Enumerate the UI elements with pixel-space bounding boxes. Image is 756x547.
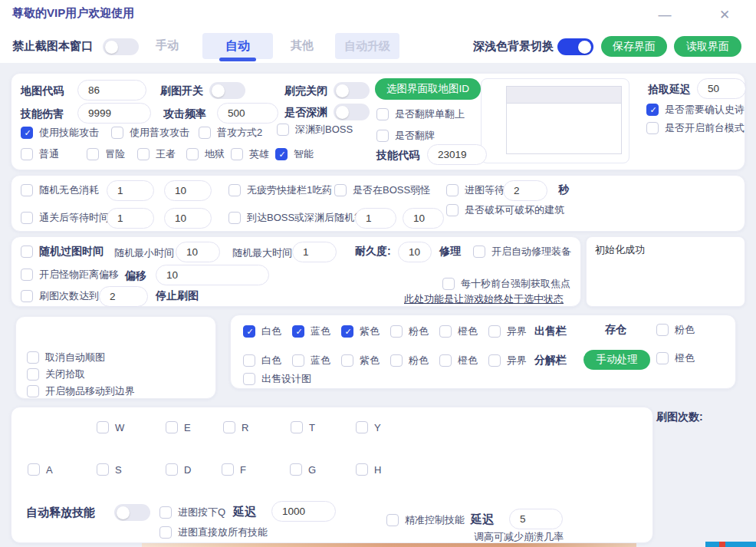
boss-random-max-input[interactable] xyxy=(403,208,444,229)
checkbox-boss-weak[interactable]: 是否在BOSS弱怪 xyxy=(334,183,430,197)
checkbox-sell-blueprint[interactable]: 出售设计图 xyxy=(243,372,311,386)
checkbox-sell-purple[interactable]: 紫色 xyxy=(341,325,380,338)
checkbox-key-h[interactable]: H xyxy=(356,463,381,476)
checkbox-pass-wait[interactable]: 通关后等待时间 xyxy=(21,211,109,225)
checkbox-close-pickup[interactable]: 关闭拾取 xyxy=(27,367,85,381)
checkbox-decompose-blue[interactable]: 蓝色 xyxy=(292,354,330,367)
checkbox-boss-random-wait[interactable]: 到达BOSS或深渊后随机等 xyxy=(228,211,364,225)
checkbox-difficulty-hell[interactable]: 地狱 xyxy=(186,147,225,161)
tab-other[interactable]: 其他 xyxy=(291,38,314,53)
manual-handle-button[interactable]: 手动处理 xyxy=(583,350,650,370)
no-capture-toggle[interactable] xyxy=(103,38,139,55)
checkbox-mark xyxy=(356,421,368,433)
checkbox-key-d[interactable]: D xyxy=(166,463,191,476)
checkbox-decompose-pink[interactable]: 粉色 xyxy=(390,354,429,367)
tab-auto[interactable]: 自动 xyxy=(202,33,273,59)
max-time-input[interactable] xyxy=(292,242,337,262)
pass-wait-max-input[interactable] xyxy=(164,208,212,229)
checkbox-key-w[interactable]: W xyxy=(97,421,124,433)
checkbox-decompose-white[interactable]: 白色 xyxy=(243,354,281,367)
minimize-icon[interactable]: — xyxy=(652,6,678,25)
close-when-done-toggle[interactable] xyxy=(334,82,370,99)
skill-code-input[interactable] xyxy=(427,144,487,165)
checkbox-cancel-auto-map[interactable]: 取消自动顺图 xyxy=(27,351,105,364)
stop-farm-label: 停止刷图 xyxy=(156,289,199,303)
checkbox-difficulty-king[interactable]: 王者 xyxy=(137,147,176,161)
skill-code-label: 技能代码 xyxy=(376,149,419,163)
farm-count-display-label: 刷图次数: xyxy=(656,410,703,424)
checkbox-store-pink[interactable]: 粉色 xyxy=(656,323,695,337)
map-listbox[interactable] xyxy=(481,78,629,163)
farm-switch-toggle[interactable] xyxy=(209,82,245,99)
pickup-delay-input[interactable] xyxy=(697,78,746,99)
checkbox-auto-repair[interactable]: 开启自动修理装备 xyxy=(473,245,571,259)
checkbox-foreground-mode[interactable]: 是否开启前台模式 xyxy=(646,121,744,135)
delay-input[interactable] xyxy=(271,501,336,522)
checkbox-key-t[interactable]: T xyxy=(291,421,315,433)
checkbox-decompose-otherworld[interactable]: 异界 xyxy=(488,354,527,367)
map-code-input[interactable] xyxy=(77,80,146,101)
random-colorless-min-input[interactable] xyxy=(107,180,154,201)
checkbox-monster-offset[interactable]: 开启怪物距离偏移 xyxy=(21,268,119,282)
checkbox-decompose-orange[interactable]: 橙色 xyxy=(439,354,478,367)
auto-cast-toggle[interactable] xyxy=(114,504,150,521)
log-box[interactable]: 初始化成功 xyxy=(586,236,745,307)
checkbox-destroy-buildings[interactable]: 是否破坏可破坏的建筑 xyxy=(446,203,564,217)
checkbox-use-skill-attack[interactable]: 使用技能攻击 xyxy=(21,126,99,140)
enter-wait-input[interactable] xyxy=(503,180,547,201)
boss-random-min-input[interactable] xyxy=(355,208,396,229)
checkbox-key-e[interactable]: E xyxy=(166,421,191,433)
checkbox-flip[interactable]: 是否翻牌 xyxy=(376,129,435,143)
durability-input[interactable] xyxy=(398,242,432,262)
checkbox-difficulty-smart[interactable]: 智能 xyxy=(275,147,314,161)
is-abyss-toggle[interactable] xyxy=(334,104,370,120)
checkbox-difficulty-hero[interactable]: 英雄 xyxy=(231,147,269,161)
checkbox-key-y[interactable]: Y xyxy=(356,421,381,433)
skill-damage-input[interactable] xyxy=(77,103,151,124)
checkbox-key-f[interactable]: F xyxy=(222,463,246,476)
checkbox-difficulty-normal[interactable]: 普通 xyxy=(21,147,59,161)
checkbox-abyss-to-boss[interactable]: 深渊到BOSS xyxy=(277,123,353,137)
checkbox-sell-otherworld[interactable]: 异界 xyxy=(488,325,527,338)
checkbox-press-q[interactable]: 进图按下Q xyxy=(159,506,225,519)
checkbox-use-normal-attack[interactable]: 使用普攻攻击 xyxy=(111,126,189,140)
checkbox-cast-all[interactable]: 进图直接放所有技能 xyxy=(159,526,268,539)
close-icon[interactable]: ✕ xyxy=(712,6,738,25)
checkbox-enter-wait[interactable]: 进图等待 xyxy=(446,183,505,197)
checkbox-difficulty-adventure[interactable]: 冒险 xyxy=(87,147,125,161)
checkbox-store-orange[interactable]: 橙色 xyxy=(656,351,695,365)
checkbox-decompose-purple[interactable]: 紫色 xyxy=(341,354,380,367)
checkbox-flip-single[interactable]: 是否翻牌单翻上 xyxy=(376,107,465,121)
checkbox-confirm-epic[interactable]: 是否需要确认史诗 xyxy=(646,103,744,117)
pick-map-id-button[interactable]: 选图界面取地图ID xyxy=(375,78,481,100)
checkbox-key-r[interactable]: R xyxy=(223,421,248,433)
checkbox-key-g[interactable]: G xyxy=(290,463,316,476)
checkbox-no-fatigue-potion[interactable]: 无疲劳快捷栏1吃药 xyxy=(228,183,332,197)
tab-auto-upgrade[interactable]: 自动升级 xyxy=(335,33,399,59)
theme-toggle[interactable] xyxy=(557,38,593,55)
checkbox-key-a[interactable]: A xyxy=(28,463,53,476)
min-time-input[interactable] xyxy=(176,242,220,262)
checkbox-random-colorless[interactable]: 随机无色消耗 xyxy=(21,183,99,197)
checkbox-move-items-edge[interactable]: 开启物品移动到边界 xyxy=(27,384,135,398)
max-time-label: 随机最大时间 xyxy=(232,246,292,260)
save-ui-button[interactable]: 保存界面 xyxy=(601,36,667,57)
checkbox-key-s[interactable]: S xyxy=(97,463,122,476)
random-colorless-max-input[interactable] xyxy=(164,180,212,201)
checkbox-force-focus[interactable]: 每十秒前台强制获取焦点 xyxy=(442,277,570,291)
checkbox-random-map-time[interactable]: 随机过图时间 xyxy=(21,245,104,259)
checkbox-sell-white[interactable]: 白色 xyxy=(243,325,281,338)
farm-count-input[interactable] xyxy=(99,286,148,307)
checkbox-farm-count-reach[interactable]: 刷图次数达到 xyxy=(21,289,99,303)
checkbox-precise-control[interactable]: 精准控制技能 xyxy=(386,513,465,527)
checkbox-normal-attack-mode2[interactable]: 普攻方式2 xyxy=(199,126,262,140)
offset-input[interactable] xyxy=(156,265,269,285)
checkbox-sell-blue[interactable]: 蓝色 xyxy=(292,325,330,338)
pass-wait-min-input[interactable] xyxy=(107,208,154,229)
read-ui-button[interactable]: 读取界面 xyxy=(674,36,741,57)
precise-delay-input[interactable] xyxy=(509,509,563,529)
tab-manual[interactable]: 手动 xyxy=(156,38,179,53)
checkbox-sell-orange[interactable]: 橙色 xyxy=(439,325,478,338)
attack-freq-input[interactable] xyxy=(217,103,278,124)
checkbox-sell-pink[interactable]: 粉色 xyxy=(390,325,429,338)
